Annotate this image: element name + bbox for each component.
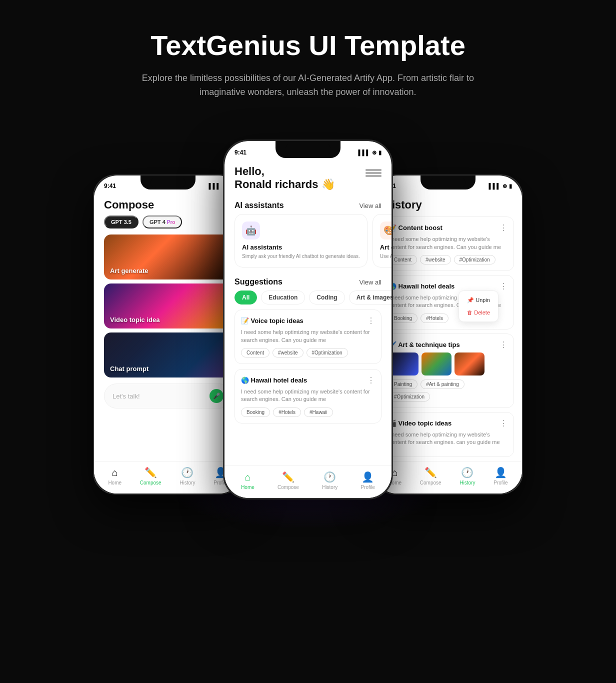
video-topic-history-card[interactable]: 🎬 Video topic ideas ⋮ I need some help o…: [382, 412, 514, 457]
history-header: History: [374, 192, 522, 216]
suggestions-header: Suggestions View all: [224, 272, 392, 290]
popup-menu: 📌 Unpin 🗑 Delete: [458, 290, 498, 322]
ai-assistants-card[interactable]: 🤖 AI assistants Simply ask your friendly…: [234, 214, 368, 268]
ai-assistant-title: AI assistants: [242, 244, 360, 251]
hawaii-history-menu[interactable]: ⋮: [500, 282, 508, 291]
status-icons-right: ▌▌▌⊛▮: [489, 183, 512, 190]
page-title: TextGenius UI Template: [118, 30, 498, 61]
nav-home-center[interactable]: ⌂ Home: [241, 472, 254, 490]
voice-card-desc: I need some help optimizing my website's…: [241, 328, 375, 344]
suggestions-view-all[interactable]: View all: [359, 278, 382, 286]
menu-button[interactable]: [366, 165, 382, 181]
gpt35-button[interactable]: GPT 3.5: [104, 216, 138, 228]
ai-assistant-desc: Simply ask your friendly AI chatbot to g…: [242, 253, 360, 260]
art-tips-images: [388, 352, 508, 376]
nav-history-center[interactable]: 🕐 History: [322, 471, 338, 490]
mic-button[interactable]: 🎤: [210, 389, 224, 403]
ai-section-header: AI assistants View all: [224, 196, 392, 214]
tag-website-r: #website: [420, 255, 450, 264]
tag-optimization: #Optimization: [306, 348, 348, 358]
status-icons-center: ▌▌▌⊛▮: [358, 150, 382, 156]
art-generate-card[interactable]: Art generate: [104, 234, 232, 280]
hawaii-card-desc: I need some help optimizing my website's…: [241, 388, 375, 404]
suggestions-title: Suggestions: [234, 278, 282, 286]
hawaii-card-menu[interactable]: ⋮: [367, 376, 375, 385]
art-tips-title: 🖌️ Art & technique tips: [388, 341, 460, 348]
tag-hotels: #Hotels: [273, 408, 301, 417]
video-topic-history-title: 🎬 Video topic ideas: [388, 420, 452, 427]
tag-content: Content: [241, 348, 270, 358]
bottom-nav-right: ⌂ Home ✏️ Compose 🕐 History 👤 Profile: [374, 461, 522, 494]
tag-opt-art: #Optimization: [388, 392, 430, 402]
popup-delete[interactable]: 🗑 Delete: [459, 306, 498, 318]
gpt4-button[interactable]: GPT 4 Pro: [142, 216, 182, 228]
talk-input[interactable]: Let's talk! 🎤: [104, 384, 232, 408]
video-topic-history-desc: I need some help optimizing my website's…: [388, 431, 508, 446]
hawaii-history-title: 🌎 Hawaii hotel deals: [388, 282, 454, 290]
nav-compose-center[interactable]: ✏️ Compose: [278, 471, 299, 490]
tab-education[interactable]: Education: [261, 290, 305, 304]
hawaii-card[interactable]: 🌎 Hawaii hotel deals ⋮ I need some help …: [234, 369, 382, 424]
bottom-nav-center: ⌂ Home ✏️ Compose 🕐 History 👤 Profile: [224, 466, 392, 498]
greeting-text: Hello,: [234, 165, 335, 178]
popup-unpin[interactable]: 📌 Unpin: [459, 294, 498, 306]
art-generate-desc: Use AI to generate amazing art and image…: [380, 253, 392, 260]
hawaii-card-tags: Booking #Hotels #Hawaii: [241, 408, 375, 417]
video-topic-card[interactable]: Video topic idea: [104, 284, 232, 328]
content-boost-tags: Content #website #Optimization: [388, 255, 508, 264]
art-img-3: [454, 352, 484, 376]
tag-art-painting: #Art & painting: [420, 380, 464, 389]
art-generate-title: Art genrate: [380, 244, 392, 251]
content-boost-menu[interactable]: ⋮: [500, 223, 508, 232]
nav-compose-right[interactable]: ✏️ Compose: [420, 466, 442, 486]
right-phone: 9:41 ▌▌▌⊛▮ History 📝 Content boost ⋮ I n…: [373, 174, 523, 494]
tab-art-images[interactable]: Art & images: [349, 290, 392, 304]
center-phone: 9:41 ▌▌▌⊛▮ Hello, Ronald richards 👋: [223, 140, 393, 500]
tag-hotels-r: #Hotels: [420, 314, 448, 323]
image-cards: Art generate Video topic idea Chat promp…: [94, 234, 242, 378]
compose-title: Compose: [104, 198, 154, 212]
ai-section-title: AI assistants: [234, 201, 284, 210]
hawaii-history-card[interactable]: 🌎 Hawaii hotel deals ⋮ I need some help …: [382, 275, 514, 330]
content-boost-card[interactable]: 📝 Content boost ⋮ I need some help optim…: [382, 216, 514, 271]
art-generate-ai-card[interactable]: 🎨 Art genrate Use AI to generate amazing…: [372, 214, 392, 268]
home-header: Hello, Ronald richards 👋: [224, 158, 392, 196]
history-screen: History 📝 Content boost ⋮ I need some he…: [374, 192, 522, 494]
content-boost-title: 📝 Content boost: [388, 224, 442, 232]
home-screen: Hello, Ronald richards 👋 AI assistants V…: [224, 158, 392, 498]
left-phone: 9:41 ▌▌▌⊛▮ Compose ⋮ GPT 3.5 GPT 4 Pro: [93, 174, 243, 494]
nav-home-left[interactable]: ⌂ Home: [108, 467, 122, 486]
ai-view-all[interactable]: View all: [359, 202, 382, 210]
ai-assistant-icon: 🤖: [242, 222, 260, 240]
content-boost-desc: I need some help optimizing my website's…: [388, 236, 508, 251]
art-img-2: [422, 352, 452, 376]
status-time-left: 9:41: [104, 182, 116, 190]
chat-prompt-card[interactable]: Chat prompt: [104, 332, 232, 378]
voice-topic-card[interactable]: 📝 Voice topic ideas ⋮ I need some help o…: [234, 310, 382, 364]
nav-history-left[interactable]: 🕐 History: [180, 466, 195, 486]
video-topic-history-menu[interactable]: ⋮: [500, 418, 508, 428]
compose-screen: Compose ⋮ GPT 3.5 GPT 4 Pro Art generate…: [94, 192, 242, 494]
bottom-nav-left: ⌂ Home ✏️ Compose 🕐 History 👤 Profile: [94, 461, 242, 494]
gpt-tabs: GPT 3.5 GPT 4 Pro: [94, 216, 242, 234]
talk-placeholder: Let's talk!: [112, 392, 140, 400]
phones-container: 9:41 ▌▌▌⊛▮ Compose ⋮ GPT 3.5 GPT 4 Pro: [0, 140, 616, 530]
video-card-label: Video topic idea: [110, 316, 160, 324]
art-card-label: Art generate: [110, 267, 148, 274]
art-generate-icon: 🎨: [380, 222, 392, 240]
tab-all[interactable]: All: [234, 290, 257, 304]
nav-profile-center[interactable]: 👤 Profile: [361, 471, 375, 490]
tag-hawaii: #Hawaii: [304, 408, 333, 417]
art-img-1: [388, 352, 418, 376]
chat-card-label: Chat prompt: [110, 365, 148, 372]
art-tips-tags: Painting #Art & painting #Optimization: [388, 380, 508, 402]
tab-coding[interactable]: Coding: [309, 290, 344, 304]
nav-history-right[interactable]: 🕐 History: [460, 466, 475, 486]
ai-cards-row: 🤖 AI assistants Simply ask your friendly…: [224, 214, 392, 272]
nav-profile-right[interactable]: 👤 Profile: [494, 466, 508, 486]
nav-compose-left[interactable]: ✏️ Compose: [140, 466, 162, 486]
art-tips-menu[interactable]: ⋮: [500, 340, 508, 350]
voice-card-tags: Content #website #Optimization: [241, 348, 375, 358]
voice-card-menu[interactable]: ⋮: [367, 316, 375, 326]
art-tips-card[interactable]: 🖌️ Art & technique tips ⋮ Painting #Art …: [382, 334, 514, 408]
